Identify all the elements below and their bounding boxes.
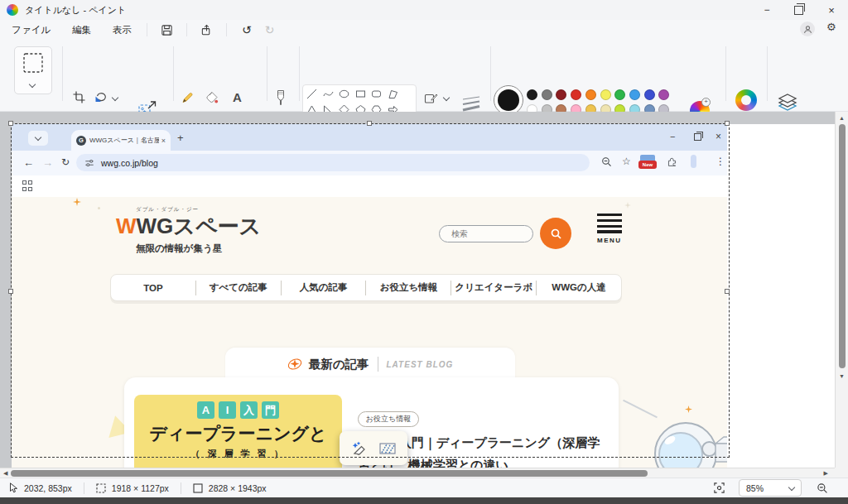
browser-minimize-button[interactable]: − bbox=[670, 132, 675, 142]
selection-context-toolbar bbox=[340, 431, 407, 465]
close-button[interactable]: × bbox=[820, 0, 843, 20]
tab-search-button[interactable] bbox=[28, 131, 48, 146]
account-button[interactable] bbox=[800, 22, 815, 36]
color-swatch[interactable] bbox=[556, 89, 566, 100]
selection-handle[interactable] bbox=[8, 289, 13, 294]
search-input[interactable] bbox=[439, 225, 533, 242]
chevron-down-icon bbox=[29, 81, 36, 88]
selection-size-icon bbox=[96, 483, 106, 493]
selection-handle[interactable] bbox=[367, 121, 372, 126]
color-swatch[interactable] bbox=[571, 89, 581, 100]
browser-restore-button[interactable] bbox=[694, 133, 701, 140]
generative-erase-button[interactable] bbox=[351, 440, 367, 456]
extension-button[interactable]: New bbox=[638, 155, 657, 169]
zoom-level-dropdown[interactable]: 85% bbox=[739, 479, 802, 497]
selection-tool-button[interactable] bbox=[14, 46, 52, 94]
crop-button[interactable] bbox=[73, 91, 85, 103]
reload-button[interactable]: ↻ bbox=[61, 156, 70, 168]
new-tab-button[interactable]: + bbox=[177, 132, 184, 144]
nav-item[interactable]: すべての記事 bbox=[196, 281, 281, 294]
chevron-down-icon bbox=[443, 94, 450, 101]
browser-menu-button[interactable]: ⋮ bbox=[716, 156, 725, 167]
redo-button[interactable]: ↻ bbox=[258, 23, 282, 36]
nav-item[interactable]: 人気の記事 bbox=[282, 281, 366, 294]
color-swatch[interactable] bbox=[585, 89, 596, 100]
color-swatch[interactable] bbox=[644, 89, 655, 100]
article-badge-row: AI入門 bbox=[134, 401, 342, 419]
text-tool-button[interactable]: A bbox=[233, 90, 242, 104]
thumbnail-badge: 門 bbox=[262, 401, 279, 419]
address-bar[interactable]: wwg.co.jp/blog bbox=[76, 154, 590, 171]
shape-ellipse-button[interactable] bbox=[336, 86, 353, 102]
hamburger-menu-button[interactable]: MENU bbox=[597, 214, 622, 244]
settings-button[interactable]: ⚙ bbox=[826, 21, 836, 33]
search-button[interactable] bbox=[540, 218, 571, 249]
horizontal-scroll-thumb[interactable] bbox=[11, 470, 648, 477]
article-title-line1[interactable]: AI入門｜ディープラーニング（深層学 bbox=[387, 435, 600, 451]
forward-button[interactable]: → bbox=[42, 156, 53, 169]
vertical-scrollbar[interactable]: ▲ ▼ bbox=[835, 112, 848, 468]
article-thumbnail[interactable]: AI入門 ディープラーニングと （ 深 層 学 習 ） bbox=[134, 395, 342, 468]
restore-icon bbox=[794, 6, 803, 15]
extensions-menu-button[interactable] bbox=[667, 156, 677, 167]
shape-polygon-button[interactable] bbox=[385, 86, 402, 102]
color-swatch[interactable] bbox=[600, 89, 611, 100]
zoom-out-button[interactable] bbox=[817, 482, 828, 494]
back-button[interactable]: ← bbox=[23, 156, 34, 169]
nav-item[interactable]: お役立ち情報 bbox=[366, 281, 450, 294]
selection-handle[interactable] bbox=[725, 121, 730, 126]
copilot-button[interactable] bbox=[735, 89, 757, 111]
menu-view[interactable]: 表示 bbox=[106, 22, 138, 39]
browser-tab[interactable]: G WWGスペース｜名古屋のホームペ × bbox=[71, 130, 171, 151]
menu-file[interactable]: ファイル bbox=[5, 22, 57, 39]
rotate-button[interactable] bbox=[94, 91, 118, 103]
canvas-size: 2828 × 1943px bbox=[209, 483, 267, 493]
profile-chip[interactable] bbox=[691, 155, 696, 168]
shape-line-button[interactable] bbox=[304, 86, 320, 102]
fit-to-window-button[interactable] bbox=[713, 482, 725, 494]
selection-handle[interactable] bbox=[725, 289, 730, 294]
browser-close-button[interactable]: × bbox=[716, 131, 721, 142]
shape-rectangle-button[interactable] bbox=[353, 86, 369, 102]
nav-item[interactable]: クリエイターラボ bbox=[451, 281, 536, 294]
latest-blog-subtitle: LATEST BLOG bbox=[387, 360, 454, 369]
layers-button[interactable] bbox=[777, 93, 798, 113]
shape-outline-button[interactable] bbox=[424, 91, 449, 104]
color-swatch[interactable] bbox=[542, 89, 552, 100]
restore-button[interactable] bbox=[788, 0, 809, 20]
line-width-button[interactable] bbox=[460, 94, 482, 113]
apps-grid-button[interactable] bbox=[22, 180, 33, 191]
shape-outline-icon bbox=[424, 91, 438, 104]
vertical-scroll-thumb[interactable] bbox=[839, 124, 846, 368]
pencil-tool-button[interactable] bbox=[181, 91, 194, 104]
scroll-right-arrow[interactable]: ▶ bbox=[823, 470, 827, 477]
transparent-selection-toggle-button[interactable] bbox=[379, 442, 396, 455]
color-swatch[interactable] bbox=[527, 89, 537, 100]
bookmark-star-button[interactable]: ☆ bbox=[622, 156, 631, 167]
color-swatch[interactable] bbox=[629, 89, 640, 100]
primary-color-swatch[interactable] bbox=[494, 85, 523, 115]
fill-tool-button[interactable] bbox=[205, 91, 219, 104]
tab-close-icon[interactable]: × bbox=[161, 137, 166, 145]
menu-edit[interactable]: 編集 bbox=[65, 22, 98, 39]
shape-rounded-rectangle-button[interactable] bbox=[369, 86, 385, 102]
article-category-tag[interactable]: お役立ち情報 bbox=[358, 411, 419, 427]
share-button[interactable] bbox=[195, 22, 218, 38]
save-button[interactable] bbox=[156, 22, 178, 38]
nav-item[interactable]: TOP bbox=[111, 283, 195, 293]
shape-curve-button[interactable] bbox=[320, 86, 337, 102]
scroll-down-arrow[interactable]: ▼ bbox=[836, 373, 848, 379]
color-swatch[interactable] bbox=[614, 89, 625, 100]
selection-handle[interactable] bbox=[8, 121, 13, 126]
minimize-button[interactable]: − bbox=[756, 0, 778, 20]
zoom-page-button[interactable] bbox=[601, 156, 612, 167]
nav-item[interactable]: WWGの人達 bbox=[537, 281, 621, 294]
undo-button[interactable]: ↺ bbox=[235, 23, 258, 36]
site-logo[interactable]: WWGスペース bbox=[116, 212, 261, 241]
color-swatch[interactable] bbox=[658, 89, 669, 100]
sparkle-icon bbox=[685, 406, 692, 413]
scroll-left-arrow[interactable]: ◀ bbox=[3, 470, 7, 477]
brush-button[interactable] bbox=[274, 89, 287, 106]
horizontal-scrollbar[interactable]: ◀ ▶ bbox=[0, 468, 835, 478]
scroll-up-arrow[interactable]: ▲ bbox=[836, 115, 848, 121]
